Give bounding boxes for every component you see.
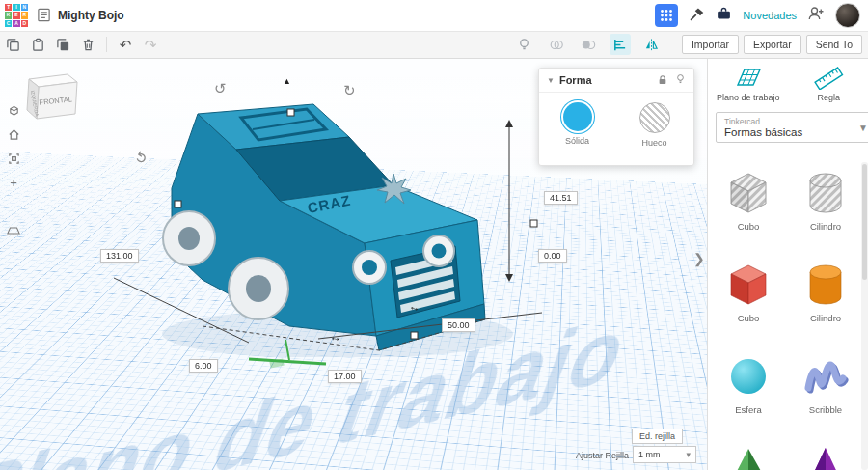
solid-option[interactable]: Sólida: [563, 102, 592, 148]
selection-tools: [512, 34, 665, 55]
import-button[interactable]: Importar: [682, 35, 739, 54]
snap-grid-label: Ajustar Rejilla: [557, 451, 629, 460]
3d-viewport[interactable]: Plano de trabajo FRONTAL IZQUIERDA + −: [0, 58, 707, 470]
design-title[interactable]: Mighty Bojo: [58, 9, 124, 22]
shape-cube-hole[interactable]: Cubo: [714, 166, 783, 233]
ruler-icon: [812, 65, 845, 90]
shape-inspector-panel: ▼ Forma Sólida Hueco: [538, 68, 694, 166]
viewport-tools: + −: [4, 100, 23, 240]
shape-cube-red[interactable]: Cubo: [714, 258, 783, 324]
app-header: T I N K E R C A D Mighty Bojo Novedades: [0, 0, 868, 32]
shape-panel-title: Forma: [559, 74, 592, 86]
send-to-button[interactable]: Send To: [806, 35, 862, 54]
undo-icon[interactable]: ↶: [115, 34, 136, 55]
logo-tile: K: [5, 12, 12, 18]
duplicate-icon[interactable]: [52, 34, 73, 55]
mirror-icon[interactable]: [641, 34, 663, 55]
collapse-sidebar-chevron[interactable]: ❯: [693, 251, 705, 266]
invite-user-icon[interactable]: [807, 6, 825, 25]
lock-icon[interactable]: [658, 71, 667, 89]
snap-grid-value: 1 mm: [638, 450, 661, 459]
export-button[interactable]: Exportar: [744, 35, 801, 54]
shape-label: Cubo: [738, 221, 760, 233]
dim-width-field[interactable]: 131.00: [100, 249, 139, 263]
rotate-handle-icon[interactable]: ↻: [343, 83, 356, 97]
sphere-icon: [723, 349, 773, 400]
shape-pyramid-green[interactable]: [714, 441, 783, 470]
fit-view-icon[interactable]: [4, 149, 23, 168]
design-list-icon[interactable]: [37, 8, 51, 26]
user-avatar[interactable]: [835, 3, 860, 28]
hole-swatch[interactable]: [639, 102, 670, 133]
shapes-sidebar: Plano de trabajo Regla Tinkercad Formas …: [707, 58, 868, 470]
scale-arrow-icon[interactable]: ↔: [329, 330, 342, 344]
library-brand: Tinkercad: [724, 117, 802, 126]
dim-depth-front-field[interactable]: 17.00: [328, 370, 362, 383]
logo-tile: N: [21, 4, 28, 11]
shape-scribble[interactable]: Scribble: [791, 349, 860, 416]
workplane-label: Plano de trabajo: [717, 93, 780, 102]
pyramid-icon: [723, 441, 773, 470]
snap-grid-dropdown[interactable]: 1 mm ▾: [633, 446, 696, 463]
perspective-toggle-icon[interactable]: [4, 100, 23, 120]
main-toolbar: ↶ ↷ Importar Exportar Send To: [0, 31, 868, 59]
workplane-tool[interactable]: Plano de trabajo: [708, 62, 789, 102]
align-icon[interactable]: [610, 34, 631, 55]
paste-icon[interactable]: [27, 34, 48, 55]
shape-cylinder-orange[interactable]: Cilindro: [791, 258, 860, 324]
edit-grid-button[interactable]: Ed. rejilla: [632, 429, 683, 444]
copy-icon[interactable]: [2, 34, 23, 55]
collapse-panel-icon[interactable]: ▼: [547, 76, 555, 85]
tools-hammer-icon[interactable]: [689, 6, 705, 26]
group-icon[interactable]: [546, 34, 567, 55]
redo-icon[interactable]: ↷: [140, 34, 161, 55]
zoom-out-icon[interactable]: −: [4, 197, 23, 216]
view-cube[interactable]: FRONTAL IZQUIERDA: [15, 66, 87, 125]
logo-tile: E: [13, 12, 19, 18]
workplane-icon: [732, 65, 765, 90]
zoom-in-icon[interactable]: +: [4, 173, 23, 192]
ungroup-icon[interactable]: [578, 34, 599, 55]
ruler-tool[interactable]: Regla: [789, 62, 868, 102]
rotate-handle-icon[interactable]: ↺: [214, 81, 227, 96]
solid-swatch[interactable]: [563, 102, 592, 131]
briefcase-icon[interactable]: [716, 6, 732, 26]
dim-height-field[interactable]: 41.51: [544, 191, 578, 205]
solid-label: Sólida: [565, 136, 589, 146]
scrollbar-thumb[interactable]: [862, 164, 867, 280]
cube-red-icon: [723, 258, 773, 308]
raise-handle-icon[interactable]: ▲: [283, 77, 291, 86]
shape-cone-purple[interactable]: [791, 441, 860, 470]
io-buttons: Importar Exportar Send To: [682, 35, 862, 54]
show-all-bulb-icon[interactable]: [514, 34, 535, 55]
home-view-icon[interactable]: [4, 124, 23, 144]
chevron-down-icon: ▼: [858, 123, 868, 133]
sidebar-scrollbar[interactable]: [861, 162, 868, 470]
cube-hole-icon: [723, 166, 773, 216]
cylinder-hole-icon: [800, 166, 851, 216]
shape-library-dropdown[interactable]: Tinkercad Formas básicas ▼: [716, 112, 868, 143]
shape-gallery: Cubo Cilindro Cubo: [714, 166, 860, 470]
shape-inspector-header[interactable]: ▼ Forma: [539, 69, 693, 93]
shape-label: Scribble: [809, 404, 842, 416]
shape-sphere-teal[interactable]: Esfera: [714, 349, 783, 416]
dim-depth-field[interactable]: 50.00: [442, 318, 475, 332]
dashboard-grid-button[interactable]: [655, 4, 678, 27]
hide-bulb-icon[interactable]: [675, 71, 686, 89]
hole-option[interactable]: Hueco: [639, 102, 670, 148]
shape-label: Cubo: [738, 313, 760, 324]
shape-label: Cilindro: [810, 313, 841, 324]
shape-cylinder-hole[interactable]: Cilindro: [791, 166, 860, 233]
flat-view-icon[interactable]: [4, 221, 23, 240]
novedades-link[interactable]: Novedades: [743, 10, 797, 21]
scribble-icon: [800, 349, 851, 400]
ruler-label: Regla: [817, 93, 840, 102]
delete-icon[interactable]: [77, 34, 98, 55]
shape-label: Cilindro: [810, 221, 841, 233]
logo-tile: I: [13, 4, 19, 11]
logo-tile: D: [21, 20, 28, 27]
dim-elevation-field[interactable]: 0.00: [538, 249, 567, 263]
dim-offset-field[interactable]: 6.00: [189, 359, 218, 373]
tinkercad-logo[interactable]: T I N K E R C A D: [5, 4, 28, 27]
toolbar-divider: [106, 37, 107, 52]
